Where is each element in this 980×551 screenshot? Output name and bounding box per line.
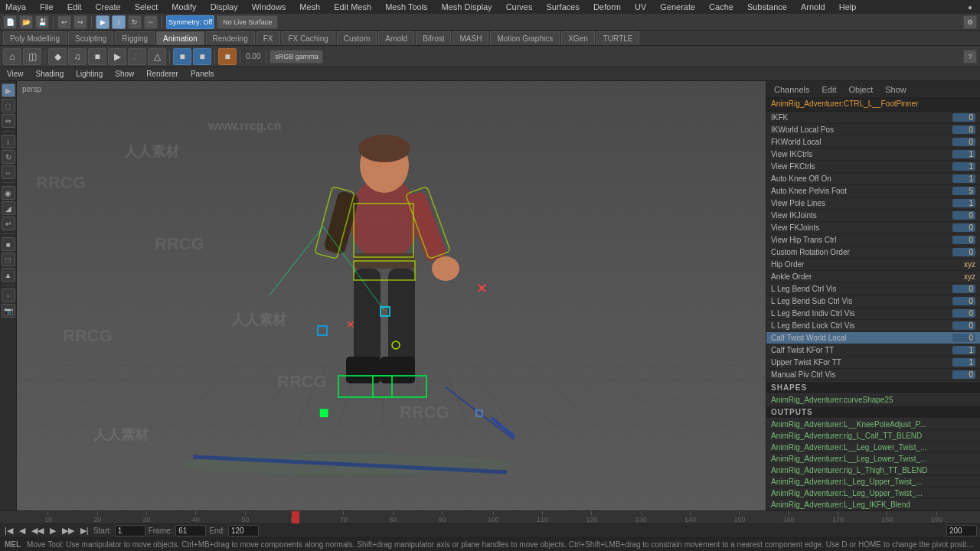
channel-row-5[interactable]: Auto Knee Off On 1 — [766, 173, 980, 185]
ch-tab-object[interactable]: Object — [845, 83, 876, 96]
channel-row-4[interactable]: View FKCtrls 1 — [766, 161, 980, 173]
open-btn[interactable]: 📂 — [19, 15, 33, 29]
menu-surfaces[interactable]: Surfaces — [544, 2, 581, 11]
time-editor-btn[interactable]: ▶ — [108, 48, 126, 65]
anim-blue-btn2[interactable]: ■ — [193, 48, 211, 65]
channel-row-10[interactable]: View Hip Trans Ctrl 0 — [766, 234, 980, 246]
secnav-panels[interactable]: Panels — [188, 70, 217, 78]
tab-poly[interactable]: Poly Modelling — [3, 31, 67, 45]
channel-row-21[interactable]: Manual Piv Ctrl Vis 0 — [766, 369, 980, 381]
tab-bifrost[interactable]: Bifrost — [416, 31, 451, 45]
channel-row-12[interactable]: Hip Order xyz — [766, 259, 980, 271]
gamma-btn[interactable]: sRGB gamma — [270, 50, 323, 64]
undo-btn[interactable]: ↩ — [57, 15, 71, 29]
ch-tab-show[interactable]: Show — [882, 83, 910, 96]
menu-editmesh[interactable]: Edit Mesh — [332, 2, 374, 11]
select-mode-btn[interactable]: Symmetry: Off — [166, 15, 214, 29]
blend-shape-btn[interactable]: △ — [148, 48, 166, 65]
anim-blue-btn1[interactable]: ■ — [173, 48, 191, 65]
output-item-1[interactable]: AnimRig_Adventurer:rig_L_Calf_TT_BLEND — [766, 430, 980, 442]
tab-turtle[interactable]: TURTLE — [596, 31, 640, 45]
redo-btn[interactable]: ↪ — [74, 15, 87, 29]
menu-display[interactable]: Display — [208, 2, 240, 11]
edge-loop[interactable]: □ — [2, 253, 15, 266]
range-end-input[interactable] — [946, 525, 977, 536]
viewport[interactable]: www.rrcg.cn RRCG RRCG RRCG RRCG RRCG RRC… — [17, 81, 766, 510]
help-btn[interactable]: ? — [963, 50, 977, 64]
channel-row-9[interactable]: View FKJoints 0 — [766, 222, 980, 234]
camera-tool[interactable]: 📷 — [2, 304, 15, 318]
ch-tab-channels[interactable]: Channels — [771, 83, 812, 96]
menu-arnold[interactable]: Arnold — [799, 2, 828, 11]
tab-fx[interactable]: FX — [256, 31, 280, 45]
output-item-2[interactable]: AnimRig_Adventurer:L__Leg_Lower_Twist_..… — [766, 442, 980, 453]
new-scene-btn[interactable]: 📄 — [3, 15, 17, 29]
current-frame-input[interactable] — [175, 525, 206, 536]
lasso-tool[interactable]: ◌ — [2, 99, 15, 112]
component-mode[interactable]: ■ — [2, 237, 15, 251]
menu-uv[interactable]: UV — [632, 2, 648, 11]
output-item-6[interactable]: AnimRig_Adventurer:L_Leg_Upper_Twist_... — [766, 487, 980, 499]
move-tool[interactable]: ↕ — [112, 15, 126, 29]
paint-tool[interactable]: ✏ — [2, 114, 15, 128]
tab-mash[interactable]: MASH — [452, 31, 488, 45]
shape-item-0[interactable]: AnimRig_Adventurer:curveShape25 — [766, 394, 980, 406]
scale-tool-left[interactable]: ↔ — [2, 165, 15, 179]
scale-tool[interactable]: ↔ — [144, 15, 158, 29]
start-frame-input[interactable] — [115, 525, 145, 536]
snap-tool[interactable]: ◢ — [2, 201, 15, 215]
menu-generate[interactable]: Generate — [658, 2, 697, 11]
channel-row-17[interactable]: L Leg Bend Lock Ctrl Vis 0 — [766, 320, 980, 332]
output-item-3[interactable]: AnimRig_Adventurer:L__Leg_Lower_Twist_..… — [766, 453, 980, 465]
secnav-view[interactable]: View — [5, 70, 26, 78]
channel-row-11[interactable]: Custom Rotation Order 0 — [766, 246, 980, 259]
home-btn[interactable]: ⌂ — [3, 48, 21, 65]
menu-cache[interactable]: Cache — [707, 2, 736, 11]
menu-deform[interactable]: Deform — [591, 2, 623, 11]
ch-tab-edit[interactable]: Edit — [818, 83, 839, 96]
output-item-0[interactable]: AnimRig_Adventurer:L__KneePoleAdjust_P..… — [766, 419, 980, 430]
channel-row-0[interactable]: IKFK 0 — [766, 112, 980, 124]
tab-animation[interactable]: Animation — [156, 31, 204, 45]
output-item-7[interactable]: AnimRig_Adventurer:L_Leg_IKFK_Blend — [766, 499, 980, 510]
secnav-shading[interactable]: Shading — [34, 70, 67, 78]
channel-row-6[interactable]: Auto Knee Pelvis Foot 5 — [766, 185, 980, 197]
tab-rendering[interactable]: Rendering — [206, 31, 255, 45]
dope-btn[interactable]: ■ — [88, 48, 106, 65]
key-btn[interactable]: ◆ — [48, 48, 67, 65]
layout-btn[interactable]: ◫ — [23, 48, 41, 65]
menu-file[interactable]: File — [38, 2, 56, 11]
select-tool-left[interactable]: ▶ — [2, 83, 15, 97]
output-item-5[interactable]: AnimRig_Adventurer:L_Leg_Upper_Twist_... — [766, 476, 980, 487]
select-tool[interactable]: ▶ — [96, 15, 109, 29]
soft-select[interactable]: ◉ — [2, 186, 15, 200]
menu-help[interactable]: Help — [837, 2, 859, 11]
tab-rigging[interactable]: Rigging — [115, 31, 155, 45]
channel-row-19[interactable]: Calf Twist KFor TT 1 — [766, 344, 980, 357]
channel-row-18[interactable]: Calf Twist World Local 0 — [766, 332, 980, 344]
rotate-tool[interactable]: ↻ — [128, 15, 142, 29]
settings-btn[interactable]: ⚙ — [963, 15, 977, 29]
move-tool-left[interactable]: ↕ — [2, 135, 15, 148]
secnav-show[interactable]: Show — [113, 70, 136, 78]
menu-meshtools[interactable]: Mesh Tools — [383, 2, 430, 11]
tab-custom[interactable]: Custom — [337, 31, 377, 45]
tab-motiongfx[interactable]: Motion Graphics — [490, 31, 560, 45]
play-back-btn[interactable]: ◀◀ — [30, 526, 45, 536]
menu-maya[interactable]: Maya — [3, 2, 28, 11]
save-btn[interactable]: 💾 — [35, 15, 49, 29]
channel-row-14[interactable]: L Leg Bend Ctrl Vis 0 — [766, 283, 980, 295]
measure-tool[interactable]: ↵ — [2, 217, 15, 230]
tab-arnold[interactable]: Arnold — [378, 31, 414, 45]
channel-row-3[interactable]: View IKCtrls 1 — [766, 148, 980, 161]
menu-create[interactable]: Create — [93, 2, 123, 11]
tab-xgen[interactable]: XGen — [561, 31, 595, 45]
menu-modify[interactable]: Modify — [169, 2, 198, 11]
menu-edit[interactable]: Edit — [65, 2, 84, 11]
rotate-tool-left[interactable]: ↻ — [2, 150, 15, 164]
secnav-renderer[interactable]: Renderer — [144, 70, 181, 78]
play-btn[interactable]: ▶ — [48, 526, 57, 536]
tab-sculpting[interactable]: Sculpting — [68, 31, 113, 45]
next-frame-btn[interactable]: ▶▶ — [60, 526, 76, 536]
menu-select[interactable]: Select — [132, 2, 161, 11]
